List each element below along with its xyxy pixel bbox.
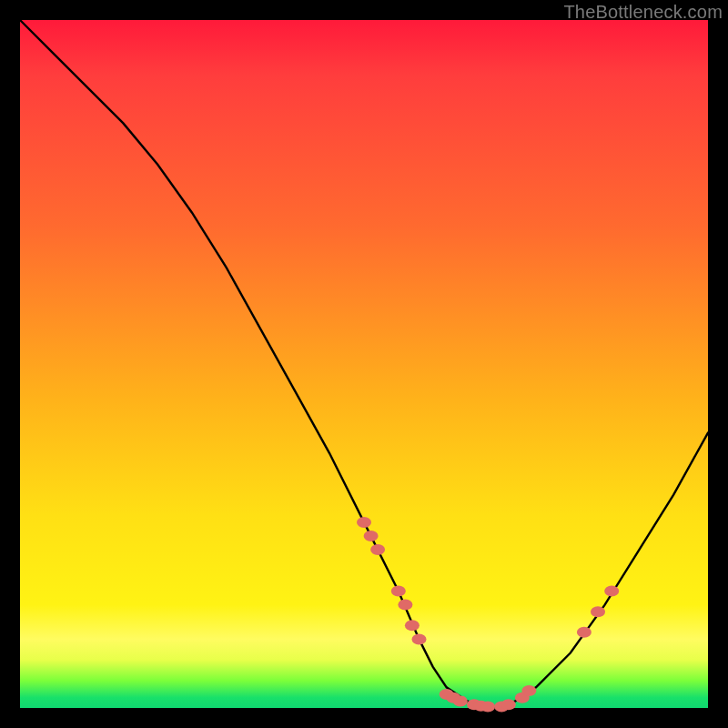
highlight-dot xyxy=(391,586,406,597)
highlight-dot xyxy=(521,685,536,696)
chart-frame xyxy=(20,20,708,708)
highlight-dot xyxy=(364,531,379,541)
bottleneck-curve xyxy=(20,20,708,708)
highlight-dot xyxy=(453,695,468,706)
highlight-dot xyxy=(501,699,516,710)
watermark-text: TheBottleneck.com xyxy=(563,2,723,23)
highlight-dot xyxy=(480,702,495,713)
highlight-dot xyxy=(370,544,385,555)
highlight-dot xyxy=(591,606,605,617)
highlight-dot xyxy=(577,627,592,638)
highlight-dot xyxy=(412,633,427,644)
highlight-dot xyxy=(398,600,412,611)
highlight-dot xyxy=(604,586,619,597)
highlight-dots-group xyxy=(357,517,619,713)
chart-svg xyxy=(20,20,708,708)
highlight-dot xyxy=(405,620,420,631)
highlight-dot xyxy=(357,517,371,528)
